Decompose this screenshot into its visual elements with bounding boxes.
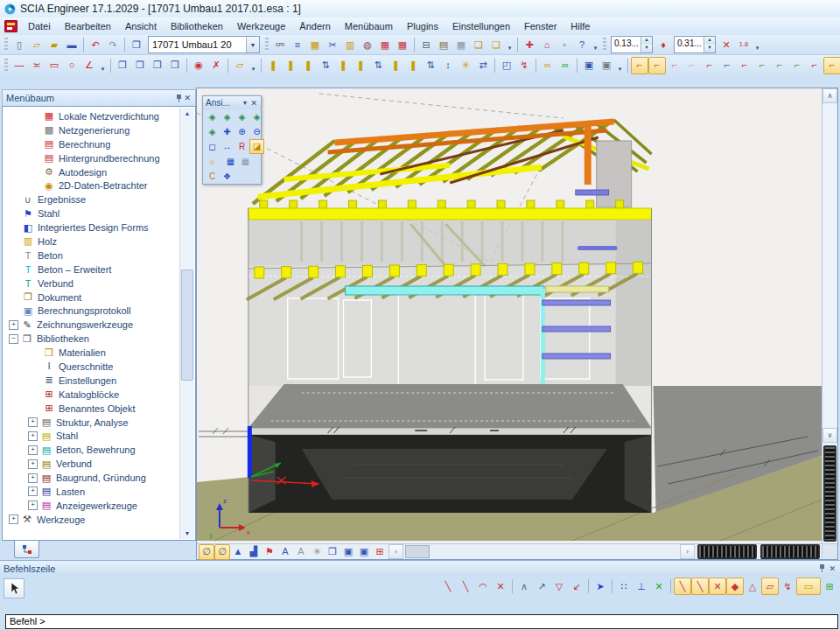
tree-item-lokale-netzverdichtung[interactable]: ▦Lokale Netzverdichtung: [4, 109, 195, 123]
storey-member-2-icon[interactable]: ❚: [282, 57, 299, 74]
tree-item-verbund[interactable]: +▤Verbund: [4, 457, 195, 471]
basement[interactable]: [248, 435, 652, 513]
link-1-icon[interactable]: ▣: [580, 57, 598, 74]
select-working-plane-icon[interactable]: ◰: [498, 57, 515, 74]
scale-spinner-1[interactable]: 0.13...▲▼: [611, 36, 653, 53]
wall-filter-5-icon[interactable]: ⌐: [701, 57, 718, 74]
ortho-mode-icon[interactable]: ⊥: [633, 578, 650, 595]
snap-arc-icon[interactable]: ◠: [474, 578, 492, 595]
snap-mode-flash-icon[interactable]: ↯: [779, 578, 796, 595]
close-icon[interactable]: ✕: [249, 99, 258, 108]
tree-item-bibliotheken[interactable]: −❐Bibliotheken: [4, 332, 195, 346]
image-add-icon[interactable]: ▦: [223, 154, 238, 169]
image-remove-icon[interactable]: ▦: [238, 154, 253, 169]
snap-mode-line-icon[interactable]: ╲: [674, 578, 691, 595]
spin-down-icon[interactable]: ▼: [641, 45, 652, 52]
tree-item-hintergrundberechnung[interactable]: ▤Hintergrundberechnung: [4, 151, 195, 165]
tracking-mode-icon[interactable]: ✕: [650, 578, 668, 595]
member-display-scale-icon[interactable]: ♦: [654, 36, 672, 53]
zoom-window-icon[interactable]: ◻: [205, 139, 220, 154]
tree-item-netzgenerierung[interactable]: ▩Netzgenerierung: [4, 123, 195, 137]
paste-2-icon[interactable]: ❒: [166, 57, 184, 74]
copy-2-icon[interactable]: ❐: [131, 57, 149, 74]
viewport-canvas[interactable]: z x y: [197, 88, 822, 543]
pale-yellow-beam[interactable]: [546, 286, 609, 292]
tree-item-berechnungsprotokoll[interactable]: ▣Berechnungsprotokoll: [4, 304, 195, 318]
storey-member-11-icon[interactable]: ↕: [439, 57, 457, 74]
tree-item-einstellungen[interactable]: ≣Einstellungen: [4, 374, 195, 388]
toolbar-grip[interactable]: [603, 38, 606, 52]
results-chart-icon[interactable]: ▟: [246, 544, 262, 560]
scrollbar-thumb[interactable]: [181, 270, 193, 381]
cursor-snap-setting-icon[interactable]: ➤: [592, 578, 609, 595]
dot-grid-icon[interactable]: ▫: [556, 36, 573, 53]
zoom-previous-icon[interactable]: R: [234, 139, 249, 154]
copy-1-icon[interactable]: ❐: [114, 57, 131, 74]
menu-item-einstellungen[interactable]: Einstellungen: [445, 18, 517, 34]
expand-plus-icon[interactable]: +: [28, 417, 38, 427]
calculation-1-icon[interactable]: ▦: [376, 36, 394, 53]
chevron-down-icon[interactable]: ▼: [242, 100, 248, 106]
snap-mode-cross-icon[interactable]: ✕: [709, 578, 726, 595]
wall-filter-1-icon[interactable]: ⌐: [631, 57, 648, 74]
document-export-icon[interactable]: ❏: [470, 36, 487, 53]
engineering-report-icon[interactable]: ▦: [452, 36, 470, 53]
draw-circle-icon[interactable]: ○: [63, 57, 80, 74]
wall-filter-8-icon[interactable]: ⌐: [753, 57, 771, 74]
point-display-icon[interactable]: ✳: [309, 544, 325, 560]
scroll-down-icon[interactable]: ∨: [822, 428, 837, 443]
vertical-scrollbar[interactable]: ∧ ∨: [822, 88, 837, 543]
save-icon[interactable]: ▬: [63, 36, 80, 53]
render-mode-1-icon[interactable]: ∅: [199, 544, 214, 560]
collapse-minus-icon[interactable]: −: [9, 334, 18, 344]
storey-member-3-icon[interactable]: ❚: [299, 57, 317, 74]
tree-item-zeichnungswerkzeuge[interactable]: +✎Zeichnungswerkzeuge: [4, 318, 195, 332]
spin-up-icon[interactable]: ▲: [704, 37, 715, 45]
tree-item-ergebnisse[interactable]: ∪Ergebnisse: [4, 192, 195, 206]
tree-item-anzeigewerkzeuge[interactable]: +▤Anzeigewerkzeuge: [4, 499, 195, 513]
view-roller-vertical[interactable]: [823, 445, 836, 542]
tree-item-stahl[interactable]: ⚑Stahl: [4, 206, 195, 220]
book-view-icon[interactable]: ❐: [325, 544, 340, 560]
picture-gallery-icon[interactable]: ▤: [435, 36, 452, 53]
zoom-out-icon[interactable]: ⊖: [249, 124, 264, 139]
layer-dialog-icon[interactable]: ❖: [220, 169, 234, 184]
chimney-block[interactable]: [597, 141, 632, 207]
wall-filter-11-icon[interactable]: ⌐: [806, 57, 823, 74]
tree-item-2d-daten-betrachter[interactable]: ◉2D-Daten-Betrachter: [4, 178, 195, 192]
snap-angle-2-icon[interactable]: ↗: [533, 578, 550, 595]
project-manager-icon[interactable]: ❐: [128, 36, 145, 53]
storey-member-1-icon[interactable]: ❚: [264, 57, 282, 74]
wall-filter-6-icon[interactable]: ⌐: [718, 57, 736, 74]
tree-item-verbund[interactable]: TVerbund: [4, 276, 195, 290]
menu-item-bibliotheken[interactable]: Bibliotheken: [164, 18, 230, 34]
tree-item-katalogblöcke[interactable]: ⊞Katalogblöcke: [4, 388, 195, 402]
overflow-chevron-icon[interactable]: ▾: [591, 36, 600, 53]
storey-member-4-icon[interactable]: ⇅: [317, 57, 334, 74]
snap-mode-grid-icon[interactable]: ⊞: [821, 578, 838, 595]
tree-item-beton-bewehrung[interactable]: +▤Beton, Bewehrung: [4, 443, 195, 457]
snap-mode-bar-icon[interactable]: ▭: [796, 578, 821, 595]
zoom-in-icon[interactable]: ⊕: [234, 124, 249, 139]
dot-grid-toggle-icon[interactable]: ∷: [615, 578, 633, 595]
view-x-icon[interactable]: ◈: [205, 109, 220, 124]
accelerator-icon[interactable]: ↯: [515, 57, 533, 74]
scroll-left-icon[interactable]: ‹: [388, 544, 403, 559]
menu-item-bearbeiten[interactable]: Bearbeiten: [58, 18, 118, 34]
selection-cursor-button[interactable]: [4, 578, 24, 598]
pin-icon[interactable]: [175, 94, 183, 103]
clipping-box-icon[interactable]: C: [205, 169, 220, 184]
close-icon[interactable]: ✕: [183, 94, 192, 102]
image-view-1-icon[interactable]: ▣: [340, 544, 356, 560]
wall-filter-12-icon[interactable]: ⌐: [823, 57, 840, 74]
wall-filter-4-icon[interactable]: ⌐: [683, 57, 701, 74]
expand-plus-icon[interactable]: +: [28, 445, 38, 455]
flag-labels-icon[interactable]: ⚑: [262, 544, 277, 560]
storey-member-9-icon[interactable]: ❚: [404, 57, 422, 74]
storey-member-6-icon[interactable]: ❚: [352, 57, 369, 74]
wall-filter-10-icon[interactable]: ⌐: [788, 57, 806, 74]
menu-item-werkzeuge[interactable]: Werkzeuge: [230, 18, 292, 34]
open-project-icon[interactable]: ▱: [28, 36, 46, 53]
tree-item-beton[interactable]: TBeton: [4, 248, 195, 262]
expand-plus-icon[interactable]: +: [28, 431, 38, 441]
